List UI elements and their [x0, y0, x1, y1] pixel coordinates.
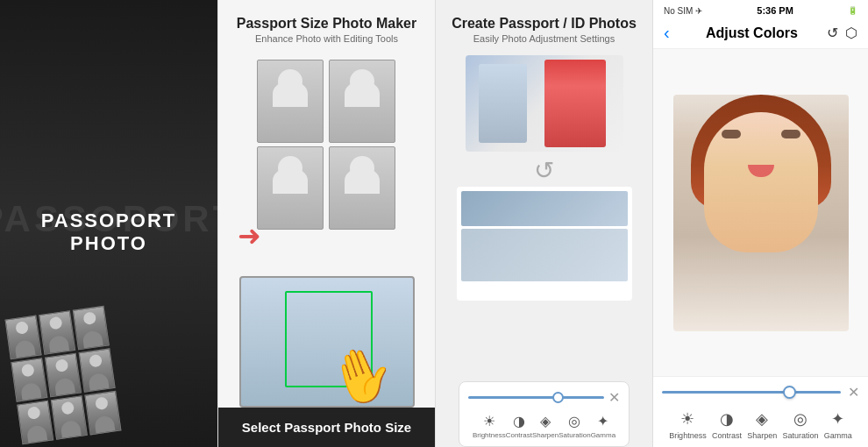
bottom-close-button[interactable]: ✕ [848, 384, 859, 401]
grid-photo-3 [257, 146, 324, 230]
panel2-title: Passport Size Photo Maker [237, 16, 416, 32]
camera-preview: ✋ [239, 276, 415, 408]
grid-photo-2 [329, 60, 395, 143]
adjust-slider-thumb[interactable] [783, 386, 796, 399]
tool-contrast[interactable]: ◑ Contrast [506, 413, 532, 439]
left-eye [722, 130, 741, 138]
bottom-contrast-icon: ◑ [720, 409, 734, 429]
panel3-subtitle: Easily Photo Adjustment Settings [452, 33, 637, 44]
bottom-saturation-icon: ◎ [793, 409, 808, 429]
nav-title: Adjust Colors [677, 25, 827, 41]
curve-arrow-icon: ↺ [449, 156, 639, 185]
battery-icon: 🔋 [848, 6, 857, 15]
contrast-icon: ◑ [513, 413, 525, 429]
selfie-person [544, 60, 606, 147]
sharpen-label: Sharpen [532, 431, 559, 439]
saturation-label: Saturation [559, 431, 590, 439]
panel3-toolbar: ✕ ☀ Brightness ◑ Contrast ◈ Sharpen ◎ Sa… [459, 381, 630, 447]
strip-photo [51, 395, 88, 440]
brightness-icon: ☀ [483, 413, 495, 429]
collage-bottom [461, 229, 628, 281]
strip-photo [5, 316, 42, 360]
grid-photo-1 [257, 60, 324, 143]
battery-indicator: 🔋 [848, 6, 857, 15]
strip-photo [84, 391, 121, 436]
panel2-maker: Passport Size Photo Maker Enhance Photo … [217, 0, 435, 447]
nav-actions: ↺ ⬡ [827, 25, 857, 41]
panel2-footer-button[interactable]: Select Passport Photo Size [218, 408, 435, 447]
bottom-gamma-icon: ✦ [831, 409, 844, 429]
saturation-icon: ◎ [568, 413, 580, 429]
panel3-id: Create Passport / ID Photos Easily Photo… [435, 0, 652, 447]
tool-gamma[interactable]: ✦ Gamma [591, 413, 615, 439]
photo-strips [5, 306, 122, 444]
carrier-signal: No SIM ✈ [664, 6, 702, 16]
face-layer [704, 112, 818, 252]
mouth [748, 165, 774, 177]
bottom-tool-saturation[interactable]: ◎ Saturation [783, 409, 819, 440]
bottom-saturation-label: Saturation [783, 431, 819, 440]
bottom-brightness-icon: ☀ [680, 409, 694, 429]
slider-thumb[interactable] [552, 392, 564, 403]
photo-display-area [653, 49, 868, 376]
panel3-bottom-collage [457, 187, 632, 301]
tool-row: ☀ Brightness ◑ Contrast ◈ Sharpen ◎ Satu… [468, 413, 620, 439]
strip-photo [11, 358, 47, 402]
panel1-title: PASSOPORT PHOTO [41, 209, 177, 256]
grid-photo-4 [329, 146, 395, 230]
contrast-label: Contrast [506, 431, 532, 439]
slider-row: ✕ [468, 389, 620, 406]
portrait-photo [673, 95, 849, 331]
strip-photo [73, 306, 110, 351]
brightness-label: Brightness [473, 431, 506, 439]
strip-photo [39, 310, 75, 355]
panel3-top-image [466, 55, 623, 152]
bottom-contrast-label: Contrast [712, 431, 742, 440]
bottom-gamma-label: Gamma [824, 431, 852, 440]
panel3-header: Create Passport / ID Photos Easily Photo… [443, 0, 645, 51]
bottom-tool-row: ☀ Brightness ◑ Contrast ◈ Sharpen ◎ Satu… [662, 409, 859, 440]
bottom-tool-gamma[interactable]: ✦ Gamma [824, 409, 852, 440]
strip-photo [79, 348, 116, 393]
panel4-phone: No SIM ✈ 5:36 PM 🔋 ‹ Adjust Colors ↺ ⬡ [652, 0, 868, 447]
tool-brightness[interactable]: ☀ Brightness [473, 413, 506, 439]
save-button[interactable]: ⬡ [845, 25, 857, 41]
panel2-content: ➜ ✋ [218, 51, 435, 408]
collage-top [461, 191, 628, 226]
panel2-subtitle: Enhance Photo with Editing Tools [237, 33, 416, 44]
bottom-tool-contrast[interactable]: ◑ Contrast [712, 409, 742, 440]
tool-sharpen[interactable]: ◈ Sharpen [532, 413, 559, 439]
bottom-sharpen-icon: ◈ [756, 409, 768, 429]
panel3-content: ↺ [436, 51, 652, 374]
panel3-title: Create Passport / ID Photos [452, 16, 637, 32]
gamma-label: Gamma [591, 431, 615, 439]
bottom-brightness-label: Brightness [669, 431, 707, 440]
panel1-splash: PASSOPORT PASSOPORT PHOTO [0, 0, 217, 447]
color-slider[interactable] [468, 396, 604, 399]
status-time: 5:36 PM [757, 5, 793, 16]
bottom-tool-brightness[interactable]: ☀ Brightness [669, 409, 707, 440]
strip-photo [17, 401, 53, 445]
tool-saturation[interactable]: ◎ Saturation [559, 413, 590, 439]
close-button[interactable]: ✕ [608, 389, 620, 406]
bottom-toolbar: ✕ ☀ Brightness ◑ Contrast ◈ Sharpen ◎ Sa… [653, 376, 868, 447]
history-button[interactable]: ↺ [827, 25, 838, 41]
right-eye [781, 130, 800, 138]
photo-grid [257, 60, 397, 230]
bottom-sharpen-label: Sharpen [747, 431, 777, 440]
strip-photo [45, 353, 82, 398]
back-button[interactable]: ‹ [664, 23, 670, 43]
panel2-header: Passport Size Photo Maker Enhance Photo … [228, 0, 425, 51]
arrow-icon: ➜ [238, 219, 261, 252]
sharpen-icon: ◈ [540, 413, 551, 429]
gamma-icon: ✦ [597, 413, 608, 429]
top-image-person1 [479, 64, 527, 143]
status-bar: No SIM ✈ 5:36 PM 🔋 [653, 0, 868, 18]
adjust-slider[interactable] [662, 391, 841, 394]
navigation-bar: ‹ Adjust Colors ↺ ⬡ [653, 18, 868, 49]
bottom-slider-row: ✕ [662, 384, 859, 401]
bottom-tool-sharpen[interactable]: ◈ Sharpen [747, 409, 777, 440]
